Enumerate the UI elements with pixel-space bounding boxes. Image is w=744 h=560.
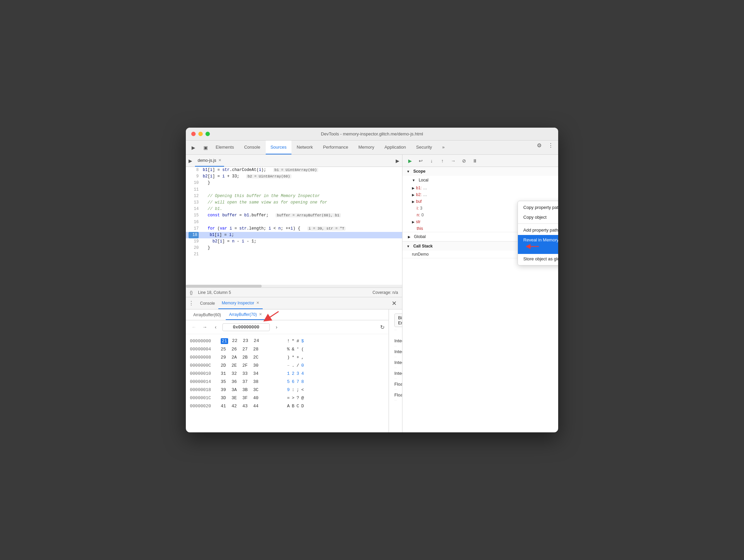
- step-into-button[interactable]: ↓: [427, 156, 436, 166]
- callstack-triangle-icon: ▼: [407, 244, 410, 248]
- resume-button[interactable]: ▶: [405, 156, 415, 166]
- step-out-button[interactable]: ↑: [438, 156, 447, 166]
- tab-memory-inspector[interactable]: Memory Inspector ✕: [218, 297, 263, 309]
- tab-elements[interactable]: Elements: [211, 141, 239, 154]
- title-bar: DevTools - memory-inspector.glitch.me/de…: [186, 128, 558, 141]
- global-label: Global: [414, 234, 426, 239]
- source-panel: ▶ demo-js.js ✕ ▶ 8 b1[i] = str.charCodeA…: [186, 155, 402, 432]
- scope-item-b2[interactable]: ▶ b2: …: [402, 191, 558, 198]
- code-line-13: 13 // will open the same view as for ope…: [186, 199, 402, 206]
- red-arrow-context-icon: [526, 242, 540, 251]
- mem-next-button[interactable]: ›: [272, 323, 281, 331]
- svg-line-0: [267, 311, 279, 319]
- curly-braces-icon[interactable]: {}: [190, 290, 193, 295]
- hex-row-5: 00000014 35 36 37 38 5 6: [190, 378, 385, 386]
- source-nav-back-icon[interactable]: ▶: [189, 158, 192, 164]
- code-line-17: 17 for (var i = str.length; i < n; ++i) …: [186, 225, 402, 232]
- hex-byte-22[interactable]: 22: [232, 338, 239, 344]
- ctx-copy-property-path[interactable]: Copy property path: [518, 202, 558, 212]
- panel-tabs: ⋮ Console Memory Inspector ✕ ✕: [186, 297, 402, 309]
- scope-panel: ▼ Scope ▼ Local ▶ b1: … ▶ b2:: [402, 167, 558, 432]
- hex-byte-24[interactable]: 24: [254, 338, 261, 344]
- endian-select[interactable]: Big Endian ▾: [394, 314, 402, 327]
- hex-byte-21[interactable]: 21: [221, 338, 228, 344]
- panel-close-button[interactable]: ✕: [389, 300, 399, 307]
- ctx-copy-object[interactable]: Copy object: [518, 212, 558, 222]
- refresh-icon[interactable]: ↻: [380, 324, 385, 330]
- buffer-tab-0[interactable]: ArrayBuffer(60): [190, 309, 224, 320]
- type-label-float32: Float 32-bit: [394, 382, 402, 387]
- panel-menu-icon[interactable]: ⋮: [189, 300, 194, 306]
- ctx-reveal-memory[interactable]: Reveal in Memory Inspector panel: [518, 235, 558, 254]
- code-line-11: 11: [186, 187, 402, 193]
- hex-row-1: 00000004 25 26 27 28 % &: [190, 345, 385, 353]
- callstack-label: Call Stack: [413, 244, 433, 249]
- hex-row-3: 0000000C 2D 2E 2F 30 – .: [190, 361, 385, 369]
- code-line-21: 21: [186, 251, 402, 258]
- scope-label: Scope: [413, 169, 425, 174]
- source-filename: demo-js.js: [198, 158, 216, 163]
- buffer-tab-1[interactable]: ArrayBuffer(70) ✕: [226, 309, 265, 320]
- menu-icon[interactable]: ⋮: [546, 141, 555, 150]
- code-line-15: 15 const buffer = b1.buffer; buffer = Ar…: [186, 212, 402, 219]
- mem-forward-button[interactable]: →: [201, 323, 209, 331]
- mem-prev-button[interactable]: ‹: [212, 323, 220, 331]
- pause-button[interactable]: ⏸: [470, 156, 480, 166]
- source-overflow-icon[interactable]: ▶: [396, 158, 399, 164]
- maximize-button[interactable]: [205, 132, 210, 136]
- ctx-divider: [518, 223, 558, 224]
- code-line-8: 8 b1[i] = str.charCodeAt(i); b1 = Uint8A…: [186, 167, 402, 173]
- window-title: DevTools - memory-inspector.glitch.me/de…: [321, 131, 423, 136]
- tab-more[interactable]: »: [437, 141, 449, 154]
- tab-console[interactable]: Console: [239, 141, 265, 154]
- minimize-button[interactable]: [198, 132, 203, 136]
- context-menu[interactable]: Copy property path Copy object Add prope…: [518, 201, 558, 265]
- memory-right-panel: Big Endian ▾ ⚙ Integer 8-bit dec ▾ 33: [389, 309, 402, 432]
- cursor-icon[interactable]: ▶: [189, 143, 198, 152]
- ctx-add-property-path[interactable]: Add property path to watch: [518, 225, 558, 235]
- type-label-int8: Integer 8-bit: [394, 338, 402, 343]
- inspect-icon[interactable]: ▣: [201, 143, 210, 152]
- tab-console-bottom[interactable]: Console: [197, 297, 218, 309]
- address-input[interactable]: [222, 323, 270, 331]
- memory-tab-close[interactable]: ✕: [256, 301, 259, 305]
- tab-security[interactable]: Security: [411, 141, 437, 154]
- tab-sources[interactable]: Sources: [266, 141, 291, 154]
- scope-item-b1[interactable]: ▶ b1: …: [402, 185, 558, 191]
- window-controls[interactable]: [191, 132, 210, 136]
- ctx-store-global[interactable]: Store object as global variable: [518, 254, 558, 264]
- hex-byte-23[interactable]: 23: [243, 338, 250, 344]
- local-header[interactable]: ▼ Local: [402, 176, 558, 185]
- position-text: Line 18, Column 5: [198, 290, 231, 295]
- tab-memory[interactable]: Memory: [354, 141, 379, 154]
- scope-header[interactable]: ▼ Scope: [402, 167, 558, 176]
- tab-application[interactable]: Application: [380, 141, 411, 154]
- settings-icon[interactable]: ⚙: [534, 141, 544, 150]
- mem-back-button[interactable]: ←: [190, 323, 198, 331]
- source-file-tab[interactable]: demo-js.js ✕: [195, 155, 224, 167]
- step-button[interactable]: →: [448, 156, 458, 166]
- bottom-panel: ⋮ Console Memory Inspector ✕ ✕ ArrayBuff…: [186, 297, 402, 432]
- close-button[interactable]: [191, 132, 196, 136]
- tab-icons: ▶ ▣: [189, 141, 210, 154]
- hex-row-4: 00000010 31 32 33 34 1 2: [190, 369, 385, 378]
- code-area: 8 b1[i] = str.charCodeAt(i); b1 = Uint8A…: [186, 167, 402, 285]
- hex-row-8: 00000020 41 42 43 44 A B: [190, 402, 385, 410]
- type-row-int16: Integer 16-bit dec ▾ 8482: [394, 346, 397, 357]
- local-triangle-icon: ▼: [412, 178, 415, 182]
- right-panel: ▶ ↩ ↓ ↑ → ⊘ ⏸ ▼ Scope ▼ Local: [402, 155, 558, 432]
- hex-row-2: 00000008 29 2A 2B 2C ) *: [190, 353, 385, 361]
- deactivate-button[interactable]: ⊘: [459, 156, 469, 166]
- callstack-fn: runDemo: [412, 252, 429, 257]
- code-scrollbar[interactable]: [186, 285, 402, 287]
- source-tab-close[interactable]: ✕: [218, 158, 221, 163]
- memory-toolbar: ← → ‹ › ↻: [186, 320, 389, 334]
- step-over-button[interactable]: ↩: [416, 156, 425, 166]
- code-line-18: 18 b1[i] = i;: [186, 232, 402, 238]
- devtools-body: ▶ demo-js.js ✕ ▶ 8 b1[i] = str.charCodeA…: [186, 155, 558, 432]
- type-label-int16: Integer 16-bit: [394, 349, 402, 354]
- tab-network[interactable]: Network: [292, 141, 318, 154]
- code-line-16: 16: [186, 219, 402, 225]
- hex-view: 00000000 21 22 23 24 ! ": [186, 334, 389, 432]
- tab-performance[interactable]: Performance: [318, 141, 353, 154]
